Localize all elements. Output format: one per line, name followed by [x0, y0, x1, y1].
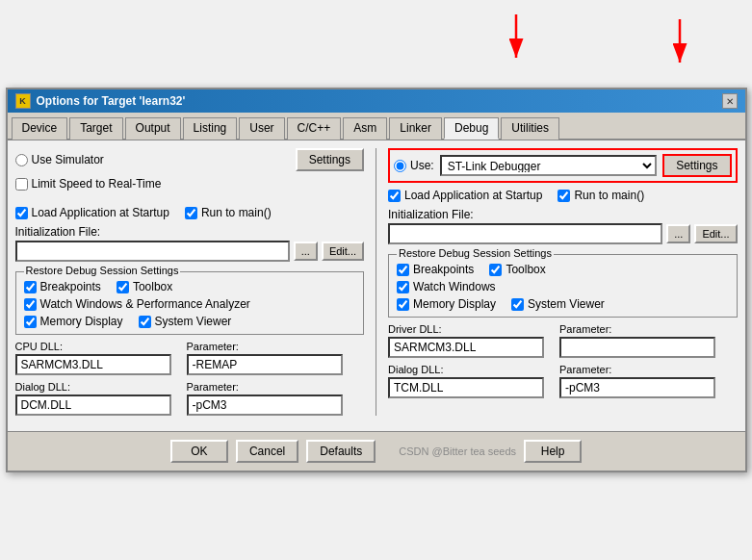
left-dialog-param-field: Parameter:	[187, 381, 343, 416]
simulator-radio[interactable]	[15, 154, 28, 166]
left-dialog-param-input[interactable]	[187, 395, 343, 416]
help-button[interactable]: Help	[524, 440, 582, 463]
right-dialog-dll-field: Dialog DLL:	[388, 364, 544, 398]
tab-debug[interactable]: Debug	[444, 117, 499, 140]
left-breakpoints-label[interactable]: Breakpoints	[24, 280, 101, 293]
left-restore-group-title: Restore Debug Session Settings	[24, 265, 181, 276]
right-dialog-dll-row: Dialog DLL: Parameter:	[388, 364, 738, 398]
right-driver-dll-input[interactable]	[388, 337, 544, 358]
tab-bar: Device Target Output Listing User C/C++ …	[8, 113, 745, 140]
right-system-viewer-label[interactable]: System Viewer	[511, 297, 605, 311]
tab-device[interactable]: Device	[12, 117, 68, 140]
two-column-layout: Use Simulator Settings Limit Speed to Re…	[15, 148, 738, 416]
left-cpu-dll-label: CPU DLL:	[15, 341, 171, 352]
right-breakpoints-label[interactable]: Breakpoints	[397, 263, 474, 276]
left-load-run-row: Load Application at Startup Run to main(…	[15, 206, 365, 219]
right-load-app-label[interactable]: Load Application at Startup	[388, 189, 542, 202]
left-load-app-checkbox[interactable]	[15, 207, 28, 219]
left-toolbox-checkbox[interactable]	[117, 281, 129, 293]
right-watch-windows-checkbox[interactable]	[397, 281, 409, 293]
left-system-viewer-label[interactable]: System Viewer	[139, 315, 232, 328]
right-breakpoints-checkbox[interactable]	[397, 264, 409, 276]
right-restore-group: Restore Debug Session Settings Breakpoin…	[388, 254, 738, 318]
app-icon: K	[15, 93, 31, 109]
left-memory-display-label[interactable]: Memory Display	[24, 315, 123, 328]
cancel-button[interactable]: Cancel	[236, 440, 298, 463]
right-init-edit-button[interactable]: Edit...	[694, 224, 737, 243]
tab-target[interactable]: Target	[69, 117, 122, 140]
right-toolbox-label[interactable]: Toolbox	[489, 263, 545, 276]
simulator-radio-label[interactable]: Use Simulator	[15, 153, 104, 166]
left-init-file-label: Initialization File:	[15, 225, 365, 239]
right-driver-param-label: Parameter:	[559, 323, 715, 335]
right-system-viewer-checkbox[interactable]	[511, 298, 524, 311]
right-dialog-dll-input[interactable]	[388, 377, 544, 398]
right-run-to-main-label[interactable]: Run to main()	[558, 189, 644, 202]
left-cpu-dll-section: CPU DLL: Parameter:	[15, 341, 365, 375]
window-title: Options for Target 'learn32'	[37, 94, 186, 108]
right-settings-button[interactable]: Settings	[662, 154, 731, 177]
left-restore-group-content: Breakpoints Toolbox Watch Windows & Perf…	[24, 280, 356, 328]
close-button[interactable]: ✕	[722, 93, 738, 109]
tab-asm[interactable]: Asm	[343, 117, 387, 140]
right-init-section: Initialization File: ... Edit...	[388, 208, 738, 244]
right-load-run-row: Load Application at Startup Run to main(…	[388, 189, 738, 202]
left-dialog-dll-row: Dialog DLL: Parameter:	[15, 381, 365, 416]
left-init-input[interactable]	[15, 241, 290, 262]
right-driver-param-input[interactable]	[559, 337, 715, 358]
tab-cpp[interactable]: C/C++	[287, 117, 342, 140]
left-load-app-label[interactable]: Load Application at Startup	[15, 206, 169, 219]
right-watch-windows-label[interactable]: Watch Windows	[397, 280, 496, 293]
left-restore-group: Restore Debug Session Settings Breakpoin…	[15, 271, 365, 335]
right-memory-display-label[interactable]: Memory Display	[397, 297, 496, 311]
left-init-browse-button[interactable]: ...	[294, 242, 318, 261]
left-cpu-dll-input[interactable]	[15, 354, 171, 375]
left-restore-row3: Memory Display System Viewer	[24, 315, 356, 328]
right-init-file-label: Initialization File:	[388, 208, 738, 221]
tab-user[interactable]: User	[239, 117, 284, 140]
right-run-to-main-checkbox[interactable]	[558, 190, 570, 202]
left-cpu-dll-row: CPU DLL: Parameter:	[15, 341, 365, 375]
right-column: Use: ST-Link Debugger Settings	[388, 148, 738, 416]
right-use-row: Use: ST-Link Debugger Settings	[394, 154, 732, 177]
defaults-button[interactable]: Defaults	[306, 440, 376, 463]
title-bar-left: K Options for Target 'learn32'	[15, 93, 186, 109]
right-toolbox-checkbox[interactable]	[489, 264, 502, 276]
left-toolbox-label[interactable]: Toolbox	[117, 280, 172, 293]
left-watch-windows-checkbox[interactable]	[24, 298, 37, 311]
ok-button[interactable]: OK	[170, 440, 228, 463]
left-dialog-dll-section: Dialog DLL: Parameter:	[15, 381, 365, 416]
left-breakpoints-checkbox[interactable]	[24, 281, 37, 293]
limit-speed-checkbox[interactable]	[15, 178, 28, 191]
right-driver-dll-row: Driver DLL: Parameter:	[388, 323, 738, 358]
tab-linker[interactable]: Linker	[389, 117, 442, 140]
right-memory-display-checkbox[interactable]	[397, 298, 409, 311]
right-debugger-select-box: ST-Link Debugger	[440, 155, 657, 176]
left-dialog-dll-label: Dialog DLL:	[15, 381, 171, 393]
left-system-viewer-checkbox[interactable]	[139, 316, 151, 328]
left-watch-windows-label[interactable]: Watch Windows & Performance Analyzer	[24, 297, 250, 311]
left-dialog-dll-input[interactable]	[15, 395, 171, 416]
right-init-browse-button[interactable]: ...	[666, 224, 690, 243]
right-debugger-select[interactable]: ST-Link Debugger	[440, 155, 657, 176]
left-cpu-param-input[interactable]	[187, 354, 343, 375]
left-restore-row1: Breakpoints Toolbox	[24, 280, 356, 293]
left-run-to-main-checkbox[interactable]	[185, 207, 197, 219]
right-init-input[interactable]	[388, 223, 662, 244]
right-use-radio-label[interactable]: Use:	[394, 159, 434, 172]
limit-speed-label[interactable]: Limit Speed to Real-Time	[15, 177, 365, 191]
tab-utilities[interactable]: Utilities	[501, 117, 559, 140]
tab-listing[interactable]: Listing	[183, 117, 238, 140]
right-load-app-checkbox[interactable]	[388, 190, 401, 202]
left-init-edit-button[interactable]: Edit...	[322, 242, 364, 261]
right-dialog-param-input[interactable]	[559, 377, 715, 398]
left-run-to-main-label[interactable]: Run to main()	[185, 206, 272, 219]
tab-output[interactable]: Output	[125, 117, 181, 140]
right-restore-group-content: Breakpoints Toolbox Watch Windows	[397, 263, 729, 311]
left-init-section: Initialization File: ... Edit...	[15, 225, 365, 262]
left-cpu-dll-field: CPU DLL:	[15, 341, 171, 375]
left-cpu-param-field: Parameter:	[187, 341, 343, 375]
left-settings-button[interactable]: Settings	[296, 148, 364, 171]
right-use-radio[interactable]	[394, 160, 406, 172]
left-memory-display-checkbox[interactable]	[24, 316, 37, 328]
